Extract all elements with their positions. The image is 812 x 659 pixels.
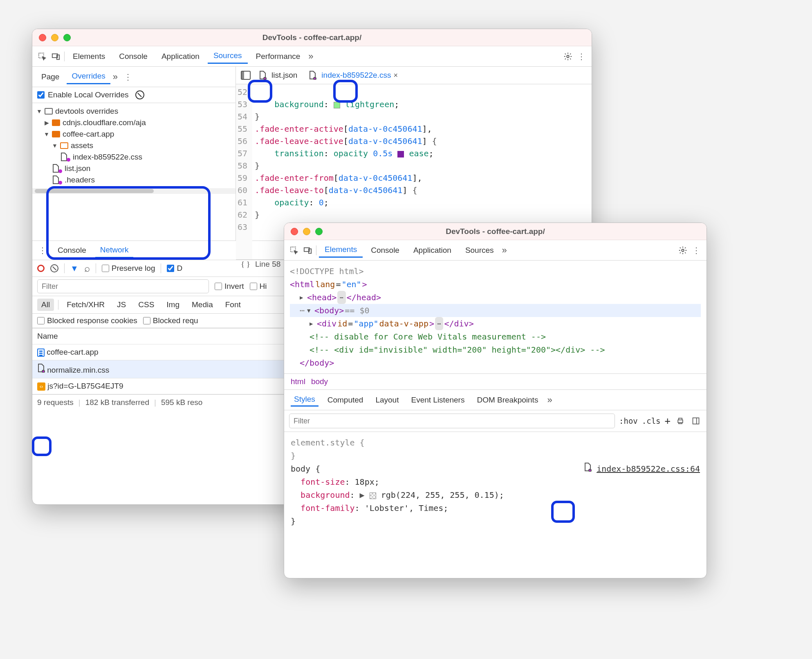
type-fetch[interactable]: Fetch/XHR	[63, 299, 109, 311]
filter-icon[interactable]: ▼	[70, 264, 79, 273]
inspect-icon[interactable]	[36, 51, 48, 62]
tree-file[interactable]: .headers	[65, 175, 95, 184]
network-filter-input[interactable]	[37, 279, 209, 293]
svg-point-14	[589, 469, 591, 472]
tab-layout[interactable]: Layout	[372, 394, 402, 406]
tabs-overflow-icon[interactable]	[547, 395, 552, 405]
nav-more-icon[interactable]: ⋮	[123, 71, 134, 83]
type-js[interactable]: JS	[113, 299, 130, 311]
tab-event-listeners[interactable]: Event Listeners	[408, 394, 468, 406]
settings-gear-icon[interactable]	[677, 245, 689, 256]
tab-performance[interactable]: Performance	[250, 49, 306, 63]
hide-truncated-label: Hi	[260, 282, 267, 291]
hov-toggle[interactable]: :hov	[619, 416, 638, 425]
selected-element-row[interactable]: ⋯▼<body> == $0	[290, 304, 701, 317]
tabs-overflow-icon[interactable]	[308, 51, 313, 62]
type-img[interactable]: Img	[162, 299, 184, 311]
tab-styles[interactable]: Styles	[291, 393, 319, 407]
drawer-more-icon[interactable]: ⋮	[37, 245, 49, 256]
search-icon[interactable]	[84, 263, 90, 274]
invert-checkbox[interactable]	[215, 283, 222, 290]
tab-sources[interactable]: Sources	[460, 243, 500, 257]
toggle-navigator-icon[interactable]	[240, 70, 251, 81]
minimize-window[interactable]	[51, 34, 58, 41]
dom-tree[interactable]: <!DOCTYPE html> <html lang="en"> ▶<head>…	[284, 261, 707, 373]
preserve-log-checkbox[interactable]	[102, 265, 109, 272]
script-icon: ‹›	[37, 382, 45, 391]
print-icon[interactable]	[675, 415, 686, 427]
editor-tab-listjson[interactable]: list.json	[255, 69, 301, 81]
cls-toggle[interactable]: .cls	[642, 416, 661, 425]
drawer-tab-console[interactable]: Console	[53, 243, 91, 257]
tab-console[interactable]: Console	[113, 49, 153, 63]
enable-overrides-checkbox[interactable]	[37, 91, 45, 99]
record-icon[interactable]	[37, 265, 45, 272]
pretty-print-icon[interactable]: { }	[241, 260, 250, 269]
close-tab-icon[interactable]: ×	[393, 71, 398, 80]
more-menu-icon[interactable]: ⋮	[691, 245, 702, 256]
tree-item[interactable]: cdnjs.cloudflare.com/aja	[63, 118, 146, 127]
tab-application[interactable]: Application	[408, 243, 457, 257]
type-css[interactable]: CSS	[134, 299, 158, 311]
disable-cache-checkbox[interactable]	[167, 265, 174, 272]
type-all[interactable]: All	[37, 299, 54, 311]
tree-item[interactable]: assets	[71, 141, 93, 150]
tab-elements[interactable]: Elements	[67, 49, 111, 63]
navigator-tabs: Page Overrides ⋮	[32, 67, 236, 87]
hide-checkbox[interactable]	[250, 283, 257, 290]
tab-computed[interactable]: Computed	[324, 394, 367, 406]
tree-item[interactable]: coffee-cart.app	[63, 130, 114, 139]
enable-overrides-row: Enable Local Overrides	[32, 87, 236, 103]
color-swatch-icon[interactable]	[370, 493, 376, 499]
tree-file[interactable]: list.json	[65, 164, 90, 173]
nav-overflow-icon[interactable]	[113, 72, 118, 82]
sidebar-scrollbar[interactable]	[32, 188, 236, 194]
drawer-tab-network[interactable]: Network	[95, 243, 134, 258]
truncated-label: D	[177, 264, 182, 273]
zoom-window[interactable]	[315, 228, 323, 235]
folder-icon	[52, 119, 60, 126]
new-rule-icon[interactable]: +	[665, 415, 671, 427]
editor-tab-indexcss[interactable]: index-b859522e.css ×	[305, 69, 402, 81]
device-icon[interactable]	[50, 51, 62, 62]
more-menu-icon[interactable]: ⋮	[576, 51, 588, 62]
tab-elements[interactable]: Elements	[319, 243, 363, 258]
close-window[interactable]	[39, 34, 46, 41]
tab-overrides[interactable]: Overrides	[67, 69, 110, 84]
clear-overrides-icon[interactable]	[135, 90, 144, 99]
clear-icon[interactable]	[50, 264, 58, 272]
type-font[interactable]: Font	[221, 299, 245, 311]
tab-application[interactable]: Application	[156, 49, 205, 63]
styles-panel[interactable]: element.style { } body { index-b859522e.…	[284, 432, 707, 532]
tree-root[interactable]: devtools overrides	[55, 107, 118, 116]
blocked-cookies-label: Blocked response cookies	[47, 316, 137, 325]
zoom-window[interactable]	[63, 34, 71, 41]
tab-dom-breakpoints[interactable]: DOM Breakpoints	[473, 394, 541, 406]
svg-point-10	[682, 249, 684, 252]
override-file-icon	[37, 364, 45, 373]
crumb-body[interactable]: body	[311, 377, 328, 386]
window-title: DevTools - coffee-cart.app/	[32, 33, 592, 42]
settings-gear-icon[interactable]	[562, 51, 574, 62]
inspect-icon[interactable]	[288, 245, 300, 256]
device-icon[interactable]	[302, 245, 314, 256]
minimize-window[interactable]	[303, 228, 310, 235]
styles-toolbar: :hov .cls +	[284, 410, 707, 432]
close-window[interactable]	[291, 228, 298, 235]
svg-rect-12	[693, 418, 699, 424]
blocked-requests-checkbox[interactable]	[143, 317, 150, 324]
source-link[interactable]: index-b859522e.css:64	[597, 464, 700, 474]
preserve-log-label: Preserve log	[112, 264, 155, 273]
svg-point-4	[264, 77, 266, 80]
crumb-html[interactable]: html	[291, 377, 305, 386]
tree-file[interactable]: index-b859522e.css	[73, 153, 142, 162]
override-dot-icon	[67, 158, 70, 162]
tab-sources[interactable]: Sources	[208, 49, 248, 64]
type-media[interactable]: Media	[188, 299, 217, 311]
tab-console[interactable]: Console	[365, 243, 405, 257]
tab-page[interactable]: Page	[36, 70, 64, 84]
blocked-cookies-checkbox[interactable]	[37, 317, 45, 324]
styles-filter-input[interactable]	[289, 414, 615, 428]
computed-panel-icon[interactable]	[690, 415, 702, 427]
tabs-overflow-icon[interactable]	[502, 245, 507, 256]
